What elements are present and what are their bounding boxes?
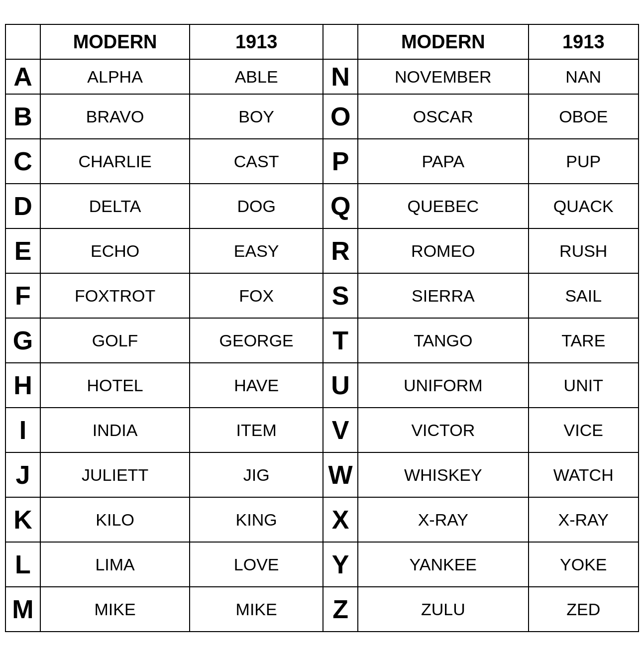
old-word-cell: KING	[190, 497, 323, 542]
modern-word-cell-2: X-RAY	[358, 497, 528, 542]
old-word-cell-2: TARE	[529, 318, 639, 363]
table-row: JJULIETTJIGWWHISKEYWATCH	[5, 452, 639, 497]
table-row: KKILOKINGXX-RAYX-RAY	[5, 497, 639, 542]
letter-cell: L	[5, 542, 40, 587]
letter-cell-2: R	[323, 228, 358, 273]
letter-cell-2: W	[323, 452, 358, 497]
letter-cell: D	[5, 184, 40, 228]
old-word-cell: GEORGE	[190, 318, 323, 363]
modern-word-cell-2: TANGO	[358, 318, 528, 363]
old-word-cell: LOVE	[190, 542, 323, 587]
phonetic-alphabet-table: MODERN 1913 MODERN 1913 AALPHAABLENNOVEM…	[5, 24, 639, 632]
modern-word-cell-2: PAPA	[358, 139, 528, 184]
letter-cell-2: U	[323, 363, 358, 408]
modern-word-cell-2: ZULU	[358, 587, 528, 632]
old-word-cell-2: OBOE	[529, 94, 639, 139]
letter-cell-2: S	[323, 273, 358, 318]
table-row: AALPHAABLENNOVEMBERNAN	[5, 59, 639, 94]
table-row: DDELTADOGQQUEBECQUACK	[5, 184, 639, 228]
old-word-cell: FOX	[190, 273, 323, 318]
modern-word-cell-2: QUEBEC	[358, 184, 528, 228]
modern-word-cell: MIKE	[40, 587, 190, 632]
old-word-cell-2: VICE	[529, 408, 639, 452]
modern-word-cell: DELTA	[40, 184, 190, 228]
header-1913-2: 1913	[529, 24, 639, 59]
old-word-cell: JIG	[190, 452, 323, 497]
old-word-cell-2: RUSH	[529, 228, 639, 273]
modern-word-cell-2: WHISKEY	[358, 452, 528, 497]
table-row: BBRAVOBOYOOSCAROBOE	[5, 94, 639, 139]
table-row: IINDIAITEMVVICTORVICE	[5, 408, 639, 452]
modern-word-cell: LIMA	[40, 542, 190, 587]
table-row: HHOTELHAVEUUNIFORMUNIT	[5, 363, 639, 408]
old-word-cell: ITEM	[190, 408, 323, 452]
header-empty-2	[323, 24, 358, 59]
modern-word-cell: KILO	[40, 497, 190, 542]
old-word-cell: MIKE	[190, 587, 323, 632]
table-row: GGOLFGEORGETTANGOTARE	[5, 318, 639, 363]
modern-word-cell-2: ROMEO	[358, 228, 528, 273]
letter-cell-2: N	[323, 59, 358, 94]
modern-word-cell: INDIA	[40, 408, 190, 452]
modern-word-cell-2: YANKEE	[358, 542, 528, 587]
header-empty-1	[5, 24, 40, 59]
old-word-cell: DOG	[190, 184, 323, 228]
header-modern-2: MODERN	[358, 24, 528, 59]
letter-cell: F	[5, 273, 40, 318]
letter-cell-2: V	[323, 408, 358, 452]
old-word-cell: HAVE	[190, 363, 323, 408]
old-word-cell-2: YOKE	[529, 542, 639, 587]
letter-cell: C	[5, 139, 40, 184]
old-word-cell: ABLE	[190, 59, 323, 94]
header-row: MODERN 1913 MODERN 1913	[5, 24, 639, 59]
table-row: FFOXTROTFOXSSIERRASAIL	[5, 273, 639, 318]
old-word-cell: CAST	[190, 139, 323, 184]
old-word-cell: EASY	[190, 228, 323, 273]
letter-cell: K	[5, 497, 40, 542]
old-word-cell-2: SAIL	[529, 273, 639, 318]
modern-word-cell: ECHO	[40, 228, 190, 273]
table-row: LLIMALOVEYYANKEEYOKE	[5, 542, 639, 587]
old-word-cell-2: QUACK	[529, 184, 639, 228]
table-row: EECHOEASYRROMEORUSH	[5, 228, 639, 273]
old-word-cell-2: UNIT	[529, 363, 639, 408]
letter-cell: J	[5, 452, 40, 497]
letter-cell-2: X	[323, 497, 358, 542]
modern-word-cell: CHARLIE	[40, 139, 190, 184]
letter-cell: G	[5, 318, 40, 363]
table-body: AALPHAABLENNOVEMBERNANBBRAVOBOYOOSCAROBO…	[5, 59, 639, 632]
letter-cell-2: O	[323, 94, 358, 139]
letter-cell: I	[5, 408, 40, 452]
modern-word-cell: ALPHA	[40, 59, 190, 94]
letter-cell: H	[5, 363, 40, 408]
table-row: MMIKEMIKEZZULUZED	[5, 587, 639, 632]
letter-cell: A	[5, 59, 40, 94]
letter-cell: B	[5, 94, 40, 139]
letter-cell-2: Q	[323, 184, 358, 228]
header-modern-1: MODERN	[40, 24, 190, 59]
modern-word-cell-2: SIERRA	[358, 273, 528, 318]
modern-word-cell-2: VICTOR	[358, 408, 528, 452]
letter-cell-2: T	[323, 318, 358, 363]
letter-cell-2: P	[323, 139, 358, 184]
modern-word-cell: BRAVO	[40, 94, 190, 139]
old-word-cell-2: PUP	[529, 139, 639, 184]
letter-cell-2: Y	[323, 542, 358, 587]
letter-cell-2: Z	[323, 587, 358, 632]
modern-word-cell: JULIETT	[40, 452, 190, 497]
letter-cell: M	[5, 587, 40, 632]
old-word-cell: BOY	[190, 94, 323, 139]
header-1913-1: 1913	[190, 24, 323, 59]
table-row: CCHARLIECASTPPAPAPUP	[5, 139, 639, 184]
old-word-cell-2: ZED	[529, 587, 639, 632]
modern-word-cell-2: NOVEMBER	[358, 59, 528, 94]
modern-word-cell-2: OSCAR	[358, 94, 528, 139]
old-word-cell-2: WATCH	[529, 452, 639, 497]
modern-word-cell: GOLF	[40, 318, 190, 363]
old-word-cell-2: X-RAY	[529, 497, 639, 542]
main-container: MODERN 1913 MODERN 1913 AALPHAABLENNOVEM…	[0, 0, 644, 656]
modern-word-cell: HOTEL	[40, 363, 190, 408]
modern-word-cell-2: UNIFORM	[358, 363, 528, 408]
old-word-cell-2: NAN	[529, 59, 639, 94]
modern-word-cell: FOXTROT	[40, 273, 190, 318]
